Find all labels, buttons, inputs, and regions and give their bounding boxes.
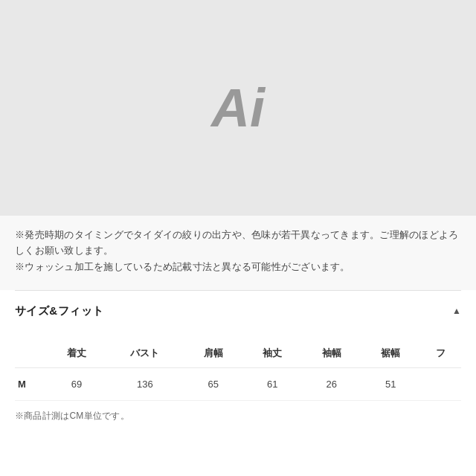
size-sleeve: 61 <box>242 367 302 400</box>
chevron-up-icon: ▲ <box>452 306 461 316</box>
size-shoulder: 65 <box>184 367 243 400</box>
col-header-sleeve: 袖丈 <box>242 339 302 368</box>
product-image-placeholder: Ai <box>211 77 265 138</box>
size-fit-title: サイズ&フィット <box>15 304 103 318</box>
product-image-area: Ai <box>0 0 476 216</box>
col-header-size <box>15 339 47 368</box>
col-header-length: 着丈 <box>47 339 106 368</box>
size-hem: 51 <box>361 367 421 400</box>
size-label: M <box>15 367 47 400</box>
note-text-2: ※ウォッシュ加工を施しているため記載寸法と異なる可能性がございます。 <box>15 260 461 275</box>
size-extra <box>420 367 461 400</box>
col-header-hem: 裾幅 <box>361 339 421 368</box>
col-header-sleeve-width: 袖幅 <box>302 339 361 368</box>
size-bust: 136 <box>106 367 184 400</box>
page-container: Ai ※発売時期のタイミングでタイダイの絞りの出方や、色味が若干異なってきます。… <box>0 0 476 437</box>
size-length: 69 <box>47 367 106 400</box>
col-header-bust: バスト <box>106 339 184 368</box>
unit-note: ※商品計測はCM単位です。 <box>15 410 461 422</box>
size-fit-header[interactable]: サイズ&フィット ▲ <box>0 291 476 332</box>
size-sleeve-width: 26 <box>302 367 361 400</box>
note-text-1: ※発売時期のタイミングでタイダイの絞りの出方や、色味が若干異なってきます。ご理解… <box>15 228 461 260</box>
size-table: 着丈 バスト 肩幅 袖丈 袖幅 裾幅 フ M 69 136 65 61 26 <box>15 339 461 401</box>
col-header-shoulder: 肩幅 <box>184 339 243 368</box>
table-row: M 69 136 65 61 26 51 <box>15 367 461 400</box>
size-table-area: 着丈 バスト 肩幅 袖丈 袖幅 裾幅 フ M 69 136 65 61 26 <box>0 332 476 437</box>
note-section: ※発売時期のタイミングでタイダイの絞りの出方や、色味が若干異なってきます。ご理解… <box>0 216 476 290</box>
col-header-extra: フ <box>420 339 461 368</box>
table-header-row: 着丈 バスト 肩幅 袖丈 袖幅 裾幅 フ <box>15 339 461 368</box>
